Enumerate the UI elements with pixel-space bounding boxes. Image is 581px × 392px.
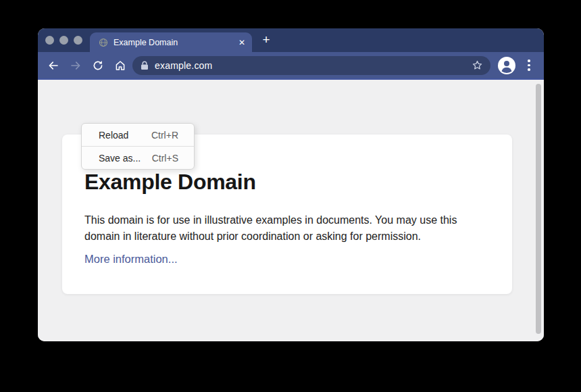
browser-toolbar: example.com [38,52,544,80]
window-close-button[interactable] [45,36,54,45]
menu-item-label: Reload [99,130,128,141]
more-information-link[interactable]: More information... [84,253,178,266]
browser-menu-icon[interactable] [523,58,535,73]
window-zoom-button[interactable] [74,36,82,45]
traffic-lights [45,36,82,45]
home-button[interactable] [113,59,127,72]
address-bar[interactable]: example.com [132,56,490,75]
window-titlebar: Example Domain ✕ + [38,28,544,52]
forward-button[interactable] [69,59,82,72]
page-viewport: Example Domain This domain is for use in… [38,80,544,341]
browser-window: Example Domain ✕ + [38,28,544,341]
menu-item-shortcut: Ctrl+S [152,153,178,164]
window-minimize-button[interactable] [59,36,68,45]
browser-tab-example-domain[interactable]: Example Domain ✕ [90,32,252,52]
page-paragraph: This domain is for use in illustrative e… [84,212,482,245]
lock-icon [141,61,149,70]
back-button[interactable] [47,59,60,72]
tab-title: Example Domain [113,38,233,47]
menu-item-reload[interactable]: Reload Ctrl+R [82,124,194,146]
desktop-background: Example Domain ✕ + [0,0,581,392]
profile-avatar-icon[interactable] [498,57,515,74]
menu-item-label: Save as... [99,153,141,164]
context-menu: Reload Ctrl+R Save as... Ctrl+S [81,123,195,170]
tab-close-icon[interactable]: ✕ [238,39,245,47]
page-title: Example Domain [84,170,490,195]
new-tab-button[interactable]: + [258,32,274,48]
globe-favicon-icon [99,38,108,47]
bookmark-star-icon[interactable] [470,59,484,72]
reload-button[interactable] [91,59,105,72]
url-text: example.com [155,60,212,71]
scrollbar[interactable] [536,84,541,334]
menu-item-shortcut: Ctrl+R [151,130,178,141]
menu-item-save-as[interactable]: Save as... Ctrl+S [82,147,194,169]
